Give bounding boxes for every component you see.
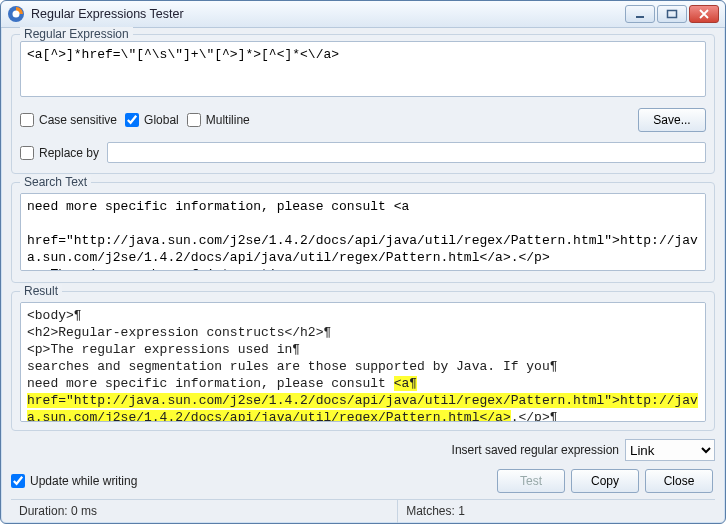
search-group: Search Text <box>11 182 715 283</box>
result-group: Result <body>¶ <h2>Regular-expression co… <box>11 291 715 431</box>
replace-by-input[interactable] <box>20 146 34 160</box>
case-sensitive-label: Case sensitive <box>39 113 117 127</box>
replace-row: Replace by <box>20 142 706 163</box>
client-area: Regular Expression Case sensitive Global… <box>1 28 725 523</box>
maximize-button[interactable] <box>657 5 687 23</box>
status-duration: Duration: 0 ms <box>11 500 398 523</box>
search-legend: Search Text <box>20 175 91 189</box>
regex-input[interactable] <box>20 41 706 97</box>
regex-legend: Regular Expression <box>20 27 133 41</box>
window-title: Regular Expressions Tester <box>31 7 625 21</box>
global-checkbox[interactable]: Global <box>125 113 179 127</box>
action-row: Update while writing Test Copy Close <box>11 469 715 493</box>
regex-options-row: Case sensitive Global Multiline Save... <box>20 108 706 132</box>
multiline-checkbox[interactable]: Multiline <box>187 113 250 127</box>
app-icon <box>7 5 25 23</box>
window-buttons <box>625 5 721 23</box>
svg-rect-3 <box>668 11 677 18</box>
insert-saved-label: Insert saved regular expression <box>452 443 619 457</box>
multiline-input[interactable] <box>187 113 201 127</box>
insert-row: Insert saved regular expression Link <box>11 439 715 461</box>
close-button[interactable]: Close <box>645 469 713 493</box>
global-label: Global <box>144 113 179 127</box>
svg-point-1 <box>13 11 20 18</box>
replace-text-input[interactable] <box>107 142 706 163</box>
minimize-button[interactable] <box>625 5 655 23</box>
replace-by-label: Replace by <box>39 146 99 160</box>
result-legend: Result <box>20 284 62 298</box>
close-window-button[interactable] <box>689 5 719 23</box>
multiline-label: Multiline <box>206 113 250 127</box>
global-input[interactable] <box>125 113 139 127</box>
result-output[interactable]: <body>¶ <h2>Regular-expression construct… <box>20 302 706 422</box>
window: Regular Expressions Tester Regular Expre… <box>0 0 726 524</box>
copy-button[interactable]: Copy <box>571 469 639 493</box>
titlebar[interactable]: Regular Expressions Tester <box>1 1 725 28</box>
case-sensitive-checkbox[interactable]: Case sensitive <box>20 113 117 127</box>
result-pre: <body>¶ <h2>Regular-expression construct… <box>27 308 558 391</box>
update-while-writing-label: Update while writing <box>30 474 137 488</box>
saved-regex-combo[interactable]: Link <box>625 439 715 461</box>
case-sensitive-input[interactable] <box>20 113 34 127</box>
update-while-writing-input[interactable] <box>11 474 25 488</box>
statusbar: Duration: 0 ms Matches: 1 <box>11 499 715 523</box>
save-button[interactable]: Save... <box>638 108 706 132</box>
svg-rect-2 <box>636 16 644 18</box>
status-matches: Matches: 1 <box>398 500 715 523</box>
replace-by-checkbox[interactable]: Replace by <box>20 146 99 160</box>
regex-group: Regular Expression Case sensitive Global… <box>11 34 715 174</box>
update-while-writing-checkbox[interactable]: Update while writing <box>11 474 137 488</box>
search-text-input[interactable] <box>20 193 706 271</box>
bottom-controls: Insert saved regular expression Link Upd… <box>11 439 715 493</box>
test-button[interactable]: Test <box>497 469 565 493</box>
